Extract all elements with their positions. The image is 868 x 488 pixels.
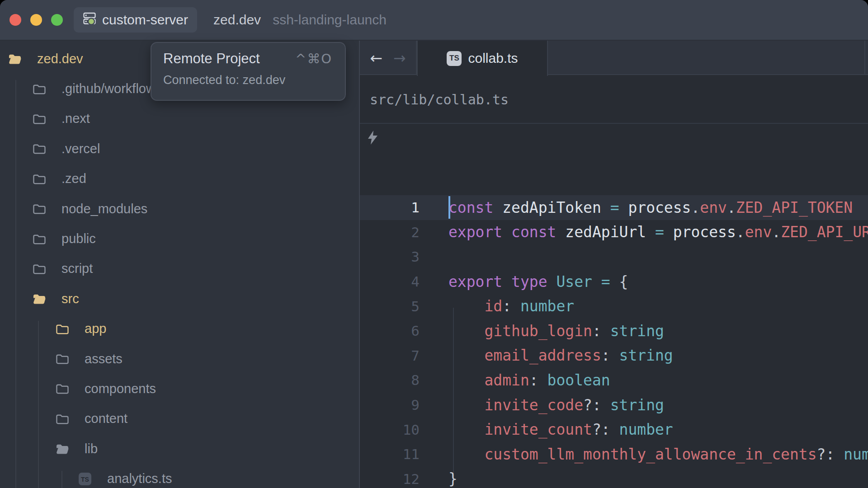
code-token [448,322,484,340]
breadcrumb[interactable]: src/lib/collab.ts [360,76,868,124]
code-token: : [502,297,511,315]
code-token [646,223,655,241]
tree-item[interactable]: script [0,254,358,284]
code-token: = [655,223,664,241]
tree-item-label: .github/workflows [61,81,162,96]
nav-forward-button[interactable]: → [393,49,406,67]
folder-icon [32,142,47,155]
code-line[interactable]: 5 id: number [360,294,868,319]
folder-icon [32,233,47,245]
code-token [601,199,610,216]
code-line[interactable]: 10 invite_count?: number [360,417,868,442]
folder-icon [32,202,47,215]
tree-item[interactable]: src [0,284,358,314]
remote-server-button[interactable]: custom-server [74,7,197,33]
tree-item[interactable]: components [0,374,358,404]
code-line[interactable]: 3 [360,244,868,269]
branch-name[interactable]: ssh-landing-launch [273,12,387,28]
close-button[interactable] [9,14,21,26]
tree-item-label: zed.dev [37,52,83,66]
folder-open-icon [8,52,22,65]
folder-icon [32,113,47,125]
code-line[interactable]: 1const zedApiToken = process.env.ZED_API… [360,195,868,220]
code-line[interactable]: 9 invite_code?: string [360,393,868,418]
code-line[interactable]: 4export type User = { [360,269,868,294]
tree-item[interactable]: .next [0,104,358,134]
zoom-button[interactable] [51,14,63,26]
tree-item-label: node_modules [61,202,147,216]
tree-item-label: src [61,291,79,306]
code-token: export [448,273,502,291]
code-token [601,322,610,340]
tree-item[interactable]: node_modules [0,194,358,224]
nav-back-button[interactable]: ← [370,49,382,67]
code-line[interactable]: 2export const zedApiUrl = process.env.ZE… [360,220,868,245]
tree-item-label: app [85,321,106,336]
tree-item-label: components [85,381,156,396]
code-token: ZED_API_URL [781,223,868,241]
code-token [448,396,484,414]
tree-item[interactable]: assets [0,344,358,374]
folder-open-icon [55,442,70,455]
code-token: ?: [817,446,835,463]
code-token: env [745,223,772,241]
line-content: github_login: string [420,322,664,340]
code-token: const [511,223,556,241]
code-token: { [619,273,628,291]
code-editor[interactable]: 1const zedApiToken = process.env.ZED_API… [360,125,868,488]
code-token [538,371,547,389]
code-token: . [727,199,736,216]
tree-item[interactable]: app [0,314,358,344]
line-number: 2 [360,224,420,240]
code-token [547,273,557,291]
code-token: process [628,199,691,216]
code-action-lightning-icon[interactable] [367,130,379,147]
tab-collab-ts[interactable]: TS collab.ts [417,41,548,76]
tree-item-label: .zed [61,171,86,186]
code-token: type [511,273,547,291]
code-token [493,199,502,216]
code-line[interactable]: 8 admin: boolean [360,368,868,393]
project-name[interactable]: zed.dev [213,12,261,28]
code-line[interactable]: 6 github_login: string [360,319,868,343]
code-token [592,273,601,291]
code-token [610,421,619,438]
pane-edge-divider [864,41,865,75]
code-token [619,199,628,216]
line-number: 1 [360,199,420,216]
code-token: github_login [484,322,592,340]
line-number: 9 [360,397,420,413]
code-token: export [448,223,502,241]
line-content: export const zedApiUrl = process.env.ZED… [420,223,868,241]
line-content: } [420,470,458,488]
code-token [610,347,619,364]
line-content: invite_count?: number [420,421,673,438]
tree-item[interactable]: .vercel [0,134,358,164]
minimize-button[interactable] [30,14,42,26]
line-content: admin: boolean [420,371,610,389]
code-token [511,297,520,315]
folder-icon [55,413,70,425]
code-token: . [691,199,700,216]
code-token: number [844,446,868,463]
code-token [448,297,484,315]
code-token: zedApiUrl [565,223,646,241]
code-line[interactable]: 7 email_address: string [360,343,868,368]
code-token: : [601,347,610,364]
code-token [664,223,673,241]
line-number: 11 [360,446,420,462]
tree-item[interactable]: lib [0,434,358,464]
code-line[interactable]: 11 custom_llm_monthly_allowance_in_cents… [360,442,868,467]
code-token [448,347,484,364]
server-button-label: custom-server [102,12,188,28]
tree-item[interactable]: TSanalytics.ts [0,464,358,488]
code-token: ZED_API_TOKEN [736,199,853,216]
code-token: string [610,322,664,340]
tree-item[interactable]: .zed [0,164,358,194]
folder-open-icon [32,292,47,305]
code-token: boolean [547,371,610,389]
code-token: id [484,297,502,315]
code-line[interactable]: 12} [360,467,868,488]
tree-item[interactable]: content [0,404,358,434]
tree-item[interactable]: public [0,224,358,253]
